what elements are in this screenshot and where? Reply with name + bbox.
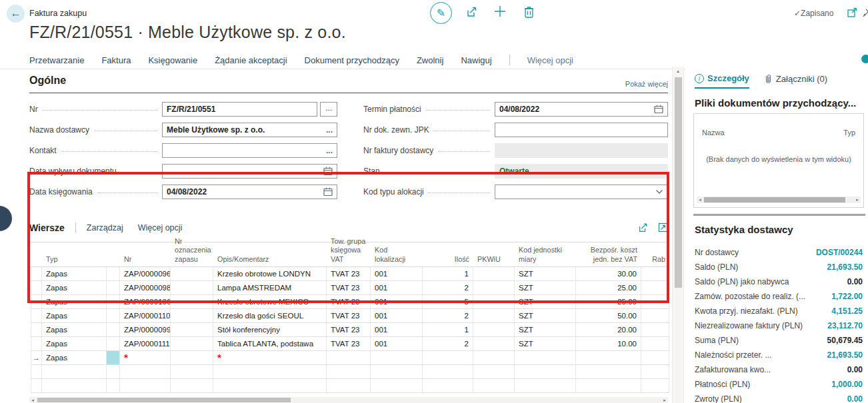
files-col-nazwa[interactable]: Nazwa — [702, 129, 725, 137]
table-cell[interactable]: 001 — [371, 295, 423, 308]
table-cell[interactable] — [641, 351, 669, 364]
table-cell[interactable]: 2 — [423, 337, 473, 350]
table-cell[interactable] — [107, 379, 120, 392]
field-input[interactable]: 04/08/2022 — [495, 102, 668, 117]
table-cell[interactable]: → — [31, 351, 42, 364]
field-input[interactable]: Meble Użytkowe sp. z o.o.... — [162, 123, 337, 137]
table-cell[interactable] — [171, 267, 213, 280]
files-col-typ[interactable]: Typ — [843, 129, 855, 137]
edit-button[interactable]: ✎ — [430, 2, 452, 24]
table-cell[interactable] — [171, 295, 213, 308]
table-cell[interactable] — [641, 337, 669, 350]
ellipsis-lookup-icon[interactable]: ... — [326, 146, 333, 155]
vertical-scrollbar[interactable]: ▴ — [672, 67, 684, 403]
table-cell[interactable]: ZAP/0000111 — [120, 337, 171, 350]
table-cell[interactable] — [31, 295, 42, 308]
scroll-left-icon[interactable]: ◂ — [697, 197, 703, 202]
field-input[interactable]: FZ/R/21/0551 — [162, 102, 317, 117]
ellipsis-lookup-icon[interactable]: ... — [326, 125, 333, 135]
table-cell[interactable] — [473, 267, 515, 280]
table-cell[interactable]: 001 — [371, 323, 423, 336]
table-cell[interactable] — [473, 323, 515, 336]
show-more-link[interactable]: Pokaż więcej — [625, 80, 668, 88]
table-cell[interactable] — [31, 267, 42, 280]
table-cell[interactable]: * — [120, 351, 171, 364]
table-cell[interactable]: 5 — [423, 295, 473, 308]
back-button[interactable]: ← — [7, 5, 25, 23]
table-cell[interactable]: TVAT 23 — [327, 267, 371, 280]
table-cell[interactable] — [171, 323, 213, 336]
table-cell[interactable]: SZT — [515, 337, 576, 350]
table-cell[interactable]: Zapas — [42, 295, 107, 308]
table-cell[interactable] — [371, 379, 423, 392]
tab-zalaczniki[interactable]: Załączniki (0) — [764, 73, 827, 89]
column-header[interactable] — [31, 264, 42, 266]
table-row[interactable]: ZapasZAP/0000096Krzesło obrotowe LONDYNT… — [31, 267, 669, 281]
table-cell[interactable] — [371, 351, 423, 364]
scroll-up-icon[interactable]: ▴ — [673, 69, 683, 74]
table-cell[interactable] — [171, 337, 213, 350]
table-empty-row[interactable] — [31, 379, 669, 393]
table-cell[interactable] — [213, 379, 327, 392]
table-cell[interactable] — [423, 379, 473, 392]
table-cell[interactable]: 50.00 — [576, 309, 641, 322]
selected-cell[interactable] — [107, 351, 120, 364]
tab-szczegoly[interactable]: i Szczegóły — [695, 73, 749, 89]
table-cell[interactable] — [31, 323, 42, 336]
table-cell[interactable]: SZT — [515, 281, 576, 294]
table-cell[interactable] — [31, 365, 42, 378]
horizontal-scrollbar[interactable]: ◂ ▸ — [29, 397, 668, 403]
table-cell[interactable]: ZAP/0000098 — [120, 281, 171, 294]
lines-menu-more[interactable]: Więcej opcji — [138, 223, 183, 232]
column-header[interactable]: Kod jednostki miary — [515, 246, 576, 266]
table-cell[interactable] — [473, 295, 515, 308]
table-cell[interactable] — [641, 281, 669, 294]
table-cell[interactable] — [42, 379, 107, 392]
table-cell[interactable] — [423, 351, 473, 364]
lines-expand-button[interactable] — [658, 222, 668, 233]
table-cell[interactable] — [107, 309, 120, 322]
stat-value[interactable]: 21,693.50 — [827, 262, 863, 272]
table-cell[interactable] — [641, 309, 669, 322]
table-cell[interactable]: Zapas — [42, 337, 107, 350]
calendar-icon[interactable] — [323, 167, 333, 175]
table-cell[interactable] — [107, 365, 120, 378]
menu-item-3[interactable]: Żądanie akceptacji — [215, 55, 287, 65]
help-badge-icon[interactable] — [861, 55, 868, 63]
table-cell[interactable] — [171, 281, 213, 294]
table-cell[interactable] — [171, 365, 213, 378]
table-cell[interactable]: Lampa AMSTREDAM — [213, 281, 327, 294]
table-cell[interactable]: SZT — [515, 323, 576, 336]
table-cell[interactable] — [107, 295, 120, 308]
table-cell[interactable] — [31, 379, 42, 392]
table-cell[interactable]: 30.00 — [576, 267, 641, 280]
menu-item-6[interactable]: Nawiguj — [461, 55, 491, 65]
table-cell[interactable] — [327, 351, 371, 364]
scroll-right-icon[interactable]: ▸ — [661, 398, 668, 403]
table-cell[interactable] — [641, 295, 669, 308]
table-cell[interactable] — [171, 309, 213, 322]
table-cell[interactable] — [120, 379, 171, 392]
table-cell[interactable]: TVAT 23 — [327, 281, 371, 294]
column-header[interactable]: Nr oznaczenia zapasu — [171, 237, 213, 266]
table-cell[interactable] — [107, 323, 120, 336]
table-cell[interactable]: 1 — [423, 267, 473, 280]
table-cell[interactable] — [171, 379, 213, 392]
table-cell[interactable] — [473, 281, 515, 294]
column-header[interactable]: Kod lokalizacji — [371, 246, 423, 266]
table-empty-row[interactable] — [31, 365, 669, 379]
new-button[interactable] — [493, 5, 507, 18]
table-cell[interactable]: 25.00 — [576, 295, 641, 308]
table-cell[interactable]: Zapas — [42, 267, 107, 280]
table-cell[interactable] — [641, 323, 669, 336]
table-cell[interactable] — [473, 379, 515, 392]
scroll-right-icon[interactable]: ▸ — [854, 197, 861, 202]
table-cell[interactable]: 001 — [371, 337, 423, 350]
table-cell[interactable]: 2 — [423, 281, 473, 294]
column-header[interactable]: Typ — [42, 255, 107, 266]
stat-value[interactable]: 21,693.50 — [827, 350, 863, 360]
table-cell[interactable] — [576, 379, 641, 392]
column-header[interactable]: Ilość — [423, 255, 473, 266]
column-header[interactable]: Rab — [641, 255, 669, 266]
table-cell[interactable]: 001 — [371, 281, 423, 294]
